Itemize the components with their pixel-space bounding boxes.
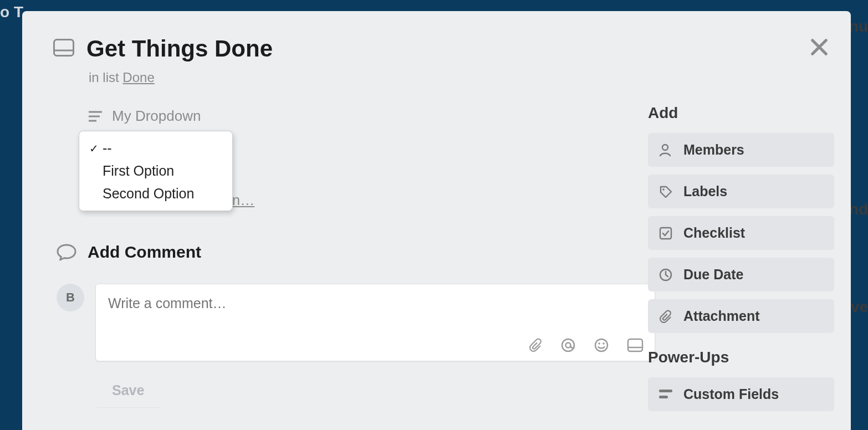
members-button[interactable]: Members bbox=[648, 133, 834, 167]
svg-rect-14 bbox=[660, 228, 671, 239]
tag-icon bbox=[659, 185, 672, 198]
dropdown-option-label: Second Option bbox=[103, 186, 194, 202]
svg-rect-17 bbox=[659, 396, 668, 398]
sidebar-button-label: Labels bbox=[683, 183, 727, 199]
card-icon bbox=[53, 39, 74, 57]
comment-input[interactable] bbox=[96, 284, 655, 339]
bg-frag: nd bbox=[849, 201, 868, 218]
emoji-icon[interactable] bbox=[594, 337, 609, 353]
dropdown-option-label: -- bbox=[103, 140, 112, 156]
sidebar-button-label: Custom Fields bbox=[683, 386, 779, 402]
card-sidebar: Add Members Labels Checklist Due Date bbox=[648, 104, 834, 419]
list-prefix: in list bbox=[89, 70, 122, 85]
svg-point-6 bbox=[566, 343, 571, 348]
bg-frag: nu bbox=[849, 18, 868, 35]
custom-field-label: My Dropdown bbox=[112, 108, 201, 125]
card-modal: Get Things Done in list Done My Dropdown… bbox=[22, 11, 851, 430]
clock-icon bbox=[659, 268, 672, 281]
comment-toolbar bbox=[528, 337, 644, 353]
dropdown-option-label: First Option bbox=[103, 163, 174, 179]
custom-fields-button[interactable]: Custom Fields bbox=[648, 377, 834, 411]
list-info: in list Done bbox=[89, 70, 834, 85]
check-icon: ✓ bbox=[87, 142, 100, 155]
save-comment-button[interactable]: Save bbox=[95, 373, 161, 407]
svg-point-8 bbox=[598, 342, 600, 345]
dropdown-option-first[interactable]: First Option bbox=[79, 160, 232, 182]
checklist-icon bbox=[659, 227, 672, 240]
svg-rect-0 bbox=[54, 40, 74, 56]
comment-body: B bbox=[57, 284, 655, 361]
comment-section: Add Comment B bbox=[57, 243, 655, 407]
paperclip-icon bbox=[659, 310, 672, 323]
dropdown-option-none[interactable]: ✓ -- bbox=[79, 137, 232, 160]
sidebar-button-label: Checklist bbox=[683, 225, 745, 241]
list-lines-icon bbox=[89, 111, 102, 122]
svg-point-7 bbox=[595, 339, 607, 351]
attachment-icon[interactable] bbox=[528, 337, 543, 353]
dropdown-option-second[interactable]: Second Option bbox=[79, 182, 232, 205]
attachment-button[interactable]: Attachment bbox=[648, 299, 834, 333]
svg-rect-16 bbox=[659, 390, 672, 392]
svg-point-9 bbox=[603, 342, 605, 345]
avatar[interactable]: B bbox=[57, 284, 84, 311]
svg-point-12 bbox=[662, 145, 668, 150]
checklist-button[interactable]: Checklist bbox=[648, 216, 834, 250]
svg-point-13 bbox=[662, 188, 665, 191]
sidebar-button-label: Due Date bbox=[683, 267, 743, 283]
sidebar-button-label: Members bbox=[683, 142, 744, 158]
card-title[interactable]: Get Things Done bbox=[86, 35, 273, 62]
dropdown-menu: ✓ -- First Option Second Option bbox=[79, 131, 233, 211]
svg-rect-10 bbox=[628, 339, 642, 351]
mention-icon[interactable] bbox=[560, 337, 576, 353]
card-small-icon[interactable] bbox=[627, 337, 644, 353]
svg-point-5 bbox=[562, 339, 574, 351]
person-icon bbox=[659, 144, 672, 157]
list-link[interactable]: Done bbox=[122, 70, 154, 85]
sidebar-powerups-heading: Power-Ups bbox=[648, 349, 834, 366]
close-icon bbox=[808, 35, 831, 59]
comment-heading: Add Comment bbox=[88, 243, 201, 262]
comment-box bbox=[95, 284, 655, 361]
bars-icon bbox=[659, 390, 672, 400]
comment-header: Add Comment bbox=[57, 243, 655, 262]
sidebar-add-heading: Add bbox=[648, 104, 834, 122]
speech-bubble-icon bbox=[57, 243, 76, 261]
card-header: Get Things Done bbox=[53, 35, 834, 62]
sidebar-button-label: Attachment bbox=[683, 308, 760, 324]
due-date-button[interactable]: Due Date bbox=[648, 258, 834, 291]
close-button[interactable] bbox=[808, 35, 831, 59]
labels-button[interactable]: Labels bbox=[648, 175, 834, 208]
